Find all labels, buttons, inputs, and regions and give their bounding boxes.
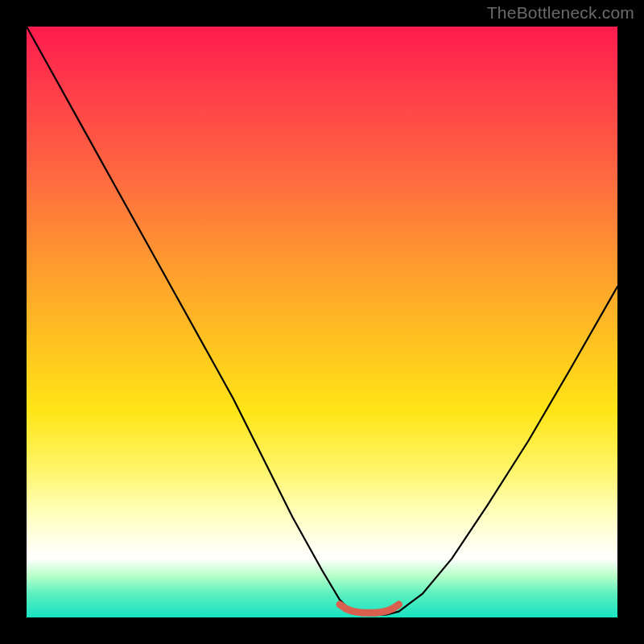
bottleneck-curve	[27, 27, 617, 615]
chart-frame: TheBottleneck.com	[0, 0, 644, 644]
optimal-band	[340, 605, 398, 613]
plot-area	[27, 27, 617, 617]
watermark-text: TheBottleneck.com	[487, 3, 634, 23]
curve-layer	[27, 27, 617, 617]
